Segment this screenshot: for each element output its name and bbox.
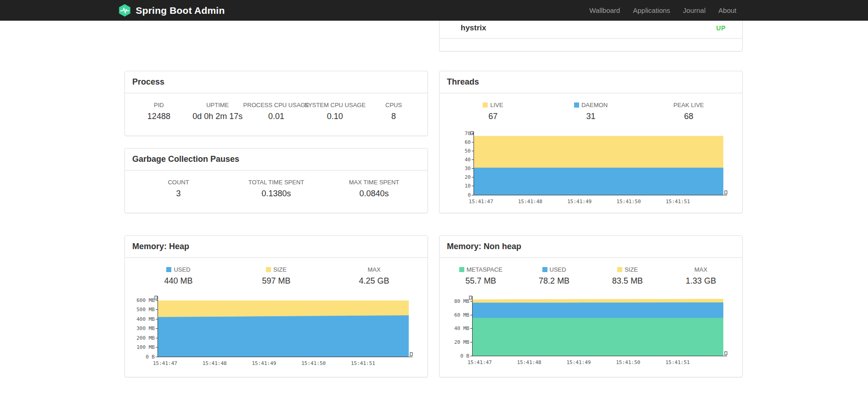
stat-label: COUNT	[130, 179, 227, 186]
stat-heap-used: USED 440 MB	[130, 266, 227, 286]
stat-value: 12488	[130, 112, 188, 121]
stat-value: 31	[542, 112, 640, 121]
gc-pauses-panel: Garbage Collection Pauses COUNT 3 TOTAL …	[124, 148, 428, 213]
svg-text:15:41:49: 15:41:49	[566, 359, 591, 365]
stat-value: 68	[640, 112, 738, 121]
nav-item-applications[interactable]: Applications	[626, 0, 676, 21]
memory-nonheap-svg: 0 B20 MB40 MB60 MB80 MB15:41:4715:41:481…	[446, 293, 731, 368]
stat-heap-size: SIZE 597 MB	[227, 266, 325, 286]
stat-label: UPTIME	[188, 102, 247, 108]
stat-value: 8	[364, 112, 423, 121]
stat-label: SIZE	[625, 266, 638, 273]
svg-text:30: 30	[465, 165, 471, 171]
stat-threads-live: LIVE 67	[444, 102, 542, 121]
stat-nonheap-metaspace: METASPACE 55.7 MB	[444, 266, 518, 286]
stat-label: PID	[130, 102, 188, 108]
threads-chart: 01020304050607015:41:4715:41:4815:41:491…	[446, 129, 742, 209]
spring-boot-admin-logo-icon	[118, 4, 131, 17]
svg-text:40: 40	[465, 157, 471, 163]
application-row[interactable]: hystrix UP	[440, 21, 742, 39]
gc-panel-title: Garbage Collection Pauses	[125, 148, 428, 171]
nav-item-about[interactable]: About	[712, 0, 743, 21]
svg-text:0 B: 0 B	[460, 353, 469, 359]
svg-text:15:41:50: 15:41:50	[616, 199, 641, 205]
legend-label: SIZE	[227, 266, 325, 273]
navbar-container: Spring Boot Admin Wallboard Applications…	[125, 0, 743, 21]
svg-text:20: 20	[465, 174, 471, 180]
stat-value: 4.25 GB	[325, 276, 423, 286]
stat-value: 0.1380s	[227, 189, 325, 199]
stat-cpus: CPUS 8	[364, 102, 423, 121]
stat-value: 440 MB	[130, 276, 227, 286]
svg-text:15:41:47: 15:41:47	[469, 199, 493, 205]
stat-value: 67	[444, 112, 542, 121]
memory-nonheap-panel: Memory: Non heap METASPACE 55.7 MB USED …	[439, 235, 743, 377]
stat-label: SYSTEM CPU USAGE	[305, 102, 364, 108]
brand-link[interactable]: Spring Boot Admin	[118, 4, 225, 17]
stat-label: MAX	[325, 266, 423, 273]
legend-label: USED	[130, 266, 227, 273]
memory-nonheap-chart: 0 B20 MB40 MB60 MB80 MB15:41:4715:41:481…	[446, 293, 742, 370]
legend-swatch-live	[483, 102, 488, 108]
svg-text:15:41:49: 15:41:49	[567, 199, 592, 205]
brand-title: Spring Boot Admin	[136, 5, 225, 16]
svg-text:80 MB: 80 MB	[454, 298, 469, 304]
memory-heap-panel: Memory: Heap USED 440 MB SIZE 597 MB MAX…	[124, 235, 428, 377]
legend-swatch-metaspace	[459, 267, 464, 272]
memory-heap-svg: 0 B100 MB200 MB300 MB400 MB500 MB600 MB1…	[131, 293, 416, 369]
stat-value: 1.33 GB	[664, 276, 738, 286]
applications-panel: hystrix UP	[439, 21, 743, 51]
stat-value: 0.0840s	[325, 189, 423, 199]
navbar: Spring Boot Admin Wallboard Applications…	[0, 0, 868, 21]
stat-label: SIZE	[273, 266, 287, 273]
svg-text:15:41:51: 15:41:51	[665, 199, 690, 205]
svg-text:0: 0	[468, 192, 471, 198]
stat-label: PEAK LIVE	[640, 102, 738, 108]
legend-label: LIVE	[444, 102, 542, 108]
stat-label: DAEMON	[581, 102, 608, 108]
nav-item-wallboard[interactable]: Wallboard	[583, 0, 626, 21]
svg-text:15:41:48: 15:41:48	[203, 360, 227, 366]
svg-text:400 MB: 400 MB	[136, 316, 155, 322]
stat-label: METASPACE	[467, 266, 502, 273]
svg-text:60: 60	[465, 139, 471, 145]
svg-text:50: 50	[465, 148, 471, 154]
process-stats-row: PID 12488 UPTIME 0d 0h 2m 17s PROCESS CP…	[125, 93, 428, 125]
stat-threads-peak-live: PEAK LIVE 68	[640, 102, 738, 121]
nav-item-journal[interactable]: Journal	[676, 0, 712, 21]
legend-label: SIZE	[591, 266, 665, 273]
stat-gc-max-time: MAX TIME SPENT 0.0840s	[325, 179, 423, 199]
stat-label: PROCESS CPU USAGE	[247, 102, 306, 108]
svg-text:70: 70	[465, 131, 471, 137]
stat-value: 0.10	[305, 112, 364, 121]
stat-nonheap-used: USED 78.2 MB	[518, 266, 591, 286]
stat-label: USED	[550, 266, 566, 273]
svg-text:60 MB: 60 MB	[454, 312, 469, 318]
legend-swatch-size	[266, 267, 271, 272]
heap-legend-row: USED 440 MB SIZE 597 MB MAX 4.25 GB	[125, 258, 428, 290]
heap-panel-title: Memory: Heap	[125, 236, 428, 258]
threads-legend-row: LIVE 67 DAEMON 31 PEAK LIVE 68	[440, 93, 742, 125]
stat-label: LIVE	[490, 102, 503, 108]
stat-value: 0.01	[247, 112, 306, 121]
stat-label: CPUS	[364, 102, 423, 108]
legend-label: METASPACE	[444, 266, 518, 273]
svg-text:500 MB: 500 MB	[136, 307, 155, 313]
stat-value: 83.5 MB	[591, 276, 665, 286]
svg-text:15:41:48: 15:41:48	[517, 359, 541, 365]
stat-label: MAX	[664, 266, 738, 273]
legend-swatch-used	[166, 267, 171, 272]
svg-text:0 B: 0 B	[146, 354, 155, 360]
process-panel: Process PID 12488 UPTIME 0d 0h 2m 17s PR…	[124, 71, 428, 136]
svg-text:15:41:47: 15:41:47	[153, 360, 177, 366]
nonheap-legend-row: METASPACE 55.7 MB USED 78.2 MB SIZE 83.5…	[440, 258, 742, 290]
process-panel-title: Process	[125, 71, 428, 93]
stat-value: 55.7 MB	[444, 276, 518, 286]
application-name[interactable]: hystrix	[461, 23, 486, 33]
stat-nonheap-max: MAX 1.33 GB	[664, 266, 738, 286]
nonheap-panel-title: Memory: Non heap	[440, 236, 742, 258]
svg-text:15:41:51: 15:41:51	[665, 359, 690, 365]
legend-swatch-daemon	[574, 102, 579, 108]
svg-text:100 MB: 100 MB	[136, 344, 155, 350]
svg-text:20 MB: 20 MB	[454, 339, 469, 345]
